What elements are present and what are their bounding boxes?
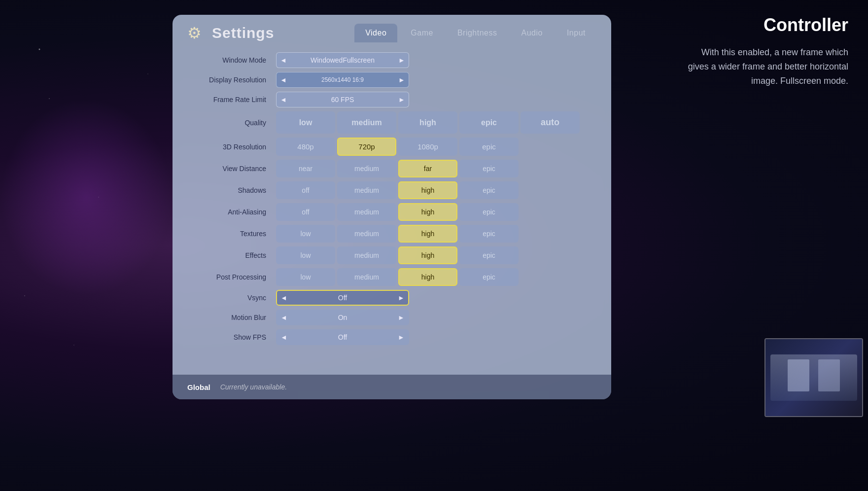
quality-medium[interactable]: medium (337, 111, 396, 134)
display-resolution-value: 2560x1440 16:9 (290, 76, 395, 83)
motion-blur-selector[interactable]: ◄ On ► (276, 310, 409, 325)
tab-brightness[interactable]: Brightness (447, 24, 508, 42)
motion-blur-next-icon[interactable]: ► (394, 311, 408, 324)
textures-low[interactable]: low (276, 225, 335, 243)
textures-epic[interactable]: epic (459, 225, 519, 243)
vsync-selector[interactable]: ◄ Off ► (276, 290, 409, 306)
res-480p[interactable]: 480p (276, 138, 335, 156)
pp-high[interactable]: high (398, 268, 457, 286)
view-distance-buttons: near medium far epic (276, 160, 596, 177)
aa-epic[interactable]: epic (459, 203, 519, 221)
pp-low[interactable]: low (276, 268, 335, 286)
resolution-3d-buttons: 480p 720p 1080p epic (276, 138, 519, 156)
quality-epic[interactable]: epic (459, 111, 519, 134)
window-mode-selector[interactable]: ◄ WindowedFullscreen ► (276, 52, 409, 68)
page-title: Settings (212, 25, 274, 41)
bottom-bar: Global Currently unavailable. (173, 375, 611, 399)
settings-panel: ⚙ Settings Video Game Brightness Audio I… (173, 15, 611, 399)
display-resolution-selector[interactable]: ◄ 2560x1440 16:9 ► (276, 72, 409, 88)
shadows-row: Shadows off medium high epic (187, 181, 596, 199)
effects-buttons: low medium high epic (276, 246, 596, 264)
view-distance-label: View Distance (187, 165, 276, 173)
frame-rate-row: Frame Rate Limit ◄ 60 FPS ► (187, 92, 596, 107)
shadows-off[interactable]: off (276, 181, 335, 199)
post-processing-label: Post Processing (187, 273, 276, 281)
effects-high[interactable]: high (398, 246, 457, 264)
quality-high[interactable]: high (398, 111, 457, 134)
show-fps-label: Show FPS (187, 333, 276, 341)
post-processing-buttons: low medium high epic (276, 268, 596, 286)
shadows-high[interactable]: high (398, 181, 457, 199)
webcam-inner (765, 339, 862, 416)
show-fps-next-icon[interactable]: ► (394, 330, 408, 344)
vsync-next-icon[interactable]: ► (394, 291, 408, 305)
global-label: Global (187, 383, 210, 391)
quality-auto[interactable]: auto (521, 111, 580, 134)
textures-high[interactable]: high (398, 225, 457, 243)
res-1080p[interactable]: 1080p (398, 138, 457, 156)
window-mode-value: WindowedFullscreen (290, 56, 395, 64)
effects-medium[interactable]: medium (337, 246, 396, 264)
quality-row: Quality low medium high epic auto (187, 111, 596, 134)
view-distance-epic[interactable]: epic (459, 160, 519, 177)
window-mode-prev[interactable]: ◄ (277, 53, 290, 68)
aa-medium[interactable]: medium (337, 203, 396, 221)
tab-input[interactable]: Input (556, 24, 596, 42)
webcam-preview (764, 338, 863, 417)
view-distance-far[interactable]: far (398, 160, 457, 177)
anti-aliasing-control: off medium high epic (276, 203, 596, 221)
webcam-desk (770, 354, 857, 401)
tab-audio[interactable]: Audio (510, 24, 553, 42)
post-processing-control: low medium high epic (276, 268, 596, 286)
resolution-3d-row: 3D Resolution 480p 720p 1080p epic (187, 138, 596, 156)
display-resolution-prev[interactable]: ◄ (277, 72, 290, 87)
show-fps-control: ◄ Off ► (276, 329, 596, 345)
aa-high[interactable]: high (398, 203, 457, 221)
res-epic[interactable]: epic (459, 138, 519, 156)
tab-game[interactable]: Game (400, 24, 444, 42)
quality-control: low medium high epic auto (276, 111, 596, 134)
aa-off[interactable]: off (276, 203, 335, 221)
effects-control: low medium high epic (276, 246, 596, 264)
vsync-value: Off (291, 294, 394, 302)
frame-rate-value: 60 FPS (290, 96, 395, 104)
motion-blur-row: Motion Blur ◄ On ► (187, 310, 596, 325)
vsync-prev-icon[interactable]: ◄ (277, 291, 291, 305)
controller-title: Controller (681, 15, 848, 35)
textures-medium[interactable]: medium (337, 225, 396, 243)
shadows-epic[interactable]: epic (459, 181, 519, 199)
view-distance-near[interactable]: near (276, 160, 335, 177)
motion-blur-prev-icon[interactable]: ◄ (277, 311, 291, 324)
quality-low[interactable]: low (276, 111, 335, 134)
pp-epic[interactable]: epic (459, 268, 519, 286)
show-fps-value: Off (291, 333, 394, 341)
display-resolution-next[interactable]: ► (395, 72, 409, 87)
frame-rate-prev[interactable]: ◄ (277, 92, 290, 107)
frame-rate-next[interactable]: ► (395, 92, 409, 107)
post-processing-row: Post Processing low medium high epic (187, 268, 596, 286)
anti-aliasing-buttons: off medium high epic (276, 203, 596, 221)
frame-rate-selector[interactable]: ◄ 60 FPS ► (276, 92, 409, 107)
res-720p[interactable]: 720p (337, 138, 396, 156)
effects-row: Effects low medium high epic (187, 246, 596, 264)
anti-aliasing-label: Anti-Aliasing (187, 208, 276, 216)
textures-row: Textures low medium high epic (187, 225, 596, 243)
right-panel: Controller With this enabled, a new fram… (661, 0, 868, 296)
effects-low[interactable]: low (276, 246, 335, 264)
effects-epic[interactable]: epic (459, 246, 519, 264)
show-fps-row: Show FPS ◄ Off ► (187, 329, 596, 345)
pp-medium[interactable]: medium (337, 268, 396, 286)
window-mode-row: Window Mode ◄ WindowedFullscreen ► (187, 52, 596, 68)
view-distance-medium[interactable]: medium (337, 160, 396, 177)
window-mode-next[interactable]: ► (395, 53, 409, 68)
window-mode-label: Window Mode (187, 56, 276, 64)
motion-blur-label: Motion Blur (187, 314, 276, 321)
window-mode-control: ◄ WindowedFullscreen ► (276, 52, 596, 68)
show-fps-prev-icon[interactable]: ◄ (277, 330, 291, 344)
motion-blur-control: ◄ On ► (276, 310, 596, 325)
show-fps-selector[interactable]: ◄ Off ► (276, 329, 409, 345)
tab-video[interactable]: Video (354, 24, 397, 42)
display-resolution-control: ◄ 2560x1440 16:9 ► (276, 72, 596, 88)
shadows-medium[interactable]: medium (337, 181, 396, 199)
status-text: Currently unavailable. (220, 383, 287, 391)
